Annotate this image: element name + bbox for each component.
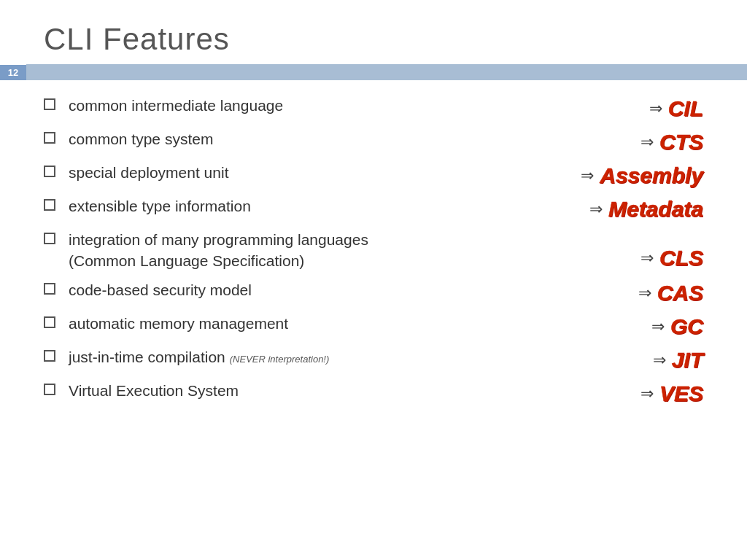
acronym-item-cls: CLS <box>659 246 703 271</box>
checkbox-item-cil <box>44 98 55 110</box>
bullet-item-item-metadata: extensible type information⇒Metadata <box>44 195 703 222</box>
bullet-item-item-cts: common type system⇒CTS <box>44 128 703 155</box>
blue-bar <box>26 64 747 80</box>
acronym-item-cts: CTS <box>659 130 703 155</box>
checkbox-item-cas <box>44 283 55 295</box>
arrow-icon-item-cil: ⇒ <box>649 99 662 118</box>
bullet-text-item-gc: automatic memory management <box>69 313 637 334</box>
arrow-icon-item-cls: ⇒ <box>640 249 654 268</box>
bullet-text-item-cas: code-based security model <box>69 279 624 300</box>
bullet-item-item-assembly: special deployment unit⇒Assembly <box>44 162 703 188</box>
bullet-text-item-cls: integration of many programming language… <box>69 229 626 272</box>
bullet-right-item-ves: ⇒VES <box>640 380 703 406</box>
arrow-icon-item-ves: ⇒ <box>640 384 654 403</box>
bullet-text-item-cts: common type system <box>69 128 626 149</box>
acronym-item-cas: CAS <box>657 281 703 306</box>
arrow-icon-item-cas: ⇒ <box>638 284 651 303</box>
bullet-text-item-cil: common intermediate language <box>69 95 635 116</box>
checkbox-item-ves <box>44 384 55 395</box>
slide-title: CLI Features <box>44 22 703 57</box>
bullet-item-item-ves: Virtual Execution System⇒VES <box>44 380 703 406</box>
arrow-icon-item-cts: ⇒ <box>640 133 654 152</box>
bullet-item-item-cil: common intermediate language⇒CIL <box>44 95 703 121</box>
bullet-right-item-metadata: ⇒Metadata <box>589 195 703 222</box>
bullet-item-item-jit: just-in-time compilation(NEVER interpret… <box>44 346 703 373</box>
acronym-item-jit: JIT <box>672 348 703 373</box>
bullet-text-item-jit: just-in-time compilation(NEVER interpret… <box>69 346 638 368</box>
bullet-item-item-cas: code-based security model⇒CAS <box>44 279 703 306</box>
bullet-right-item-assembly: ⇒Assembly <box>581 162 703 188</box>
slide: CLI Features 12 common intermediate lang… <box>0 0 747 560</box>
content-area: common intermediate language⇒CILcommon t… <box>0 80 747 421</box>
checkbox-item-assembly <box>44 166 55 177</box>
bullet-text-item-metadata: extensible type information <box>69 195 575 217</box>
bullet-right-item-cas: ⇒CAS <box>638 279 703 306</box>
slide-number-bar: 12 <box>0 64 747 80</box>
title-area: CLI Features <box>0 0 747 64</box>
checkbox-item-gc <box>44 316 55 328</box>
bullet-right-item-cil: ⇒CIL <box>649 95 703 121</box>
checkbox-item-jit <box>44 350 55 362</box>
bullet-item-item-gc: automatic memory management⇒GC <box>44 313 703 339</box>
bullet-item-item-cls: integration of many programming language… <box>44 229 703 272</box>
bullet-text-item-ves: Virtual Execution System <box>69 380 626 401</box>
bullet-right-item-gc: ⇒GC <box>651 313 703 339</box>
checkbox-item-cts <box>44 132 55 144</box>
acronym-item-assembly: Assembly <box>600 163 703 188</box>
arrow-icon-item-metadata: ⇒ <box>589 200 603 219</box>
bullet-right-item-jit: ⇒JIT <box>653 346 703 373</box>
checkbox-item-cls <box>44 233 55 244</box>
acronym-item-cil: CIL <box>668 96 703 121</box>
arrow-icon-item-assembly: ⇒ <box>581 166 594 185</box>
checkbox-item-metadata <box>44 199 55 211</box>
bullet-right-item-cls: ⇒CLS <box>640 244 703 272</box>
arrow-icon-item-gc: ⇒ <box>651 317 665 336</box>
acronym-item-ves: VES <box>659 381 703 406</box>
acronym-item-metadata: Metadata <box>608 197 703 222</box>
bullet-right-item-cts: ⇒CTS <box>640 128 703 155</box>
acronym-item-gc: GC <box>670 314 703 339</box>
slide-number: 12 <box>0 65 26 80</box>
arrow-icon-item-jit: ⇒ <box>653 351 666 370</box>
bullet-text-item-assembly: special deployment unit <box>69 162 566 183</box>
note-item-jit: (NEVER interpretation!) <box>230 354 330 365</box>
